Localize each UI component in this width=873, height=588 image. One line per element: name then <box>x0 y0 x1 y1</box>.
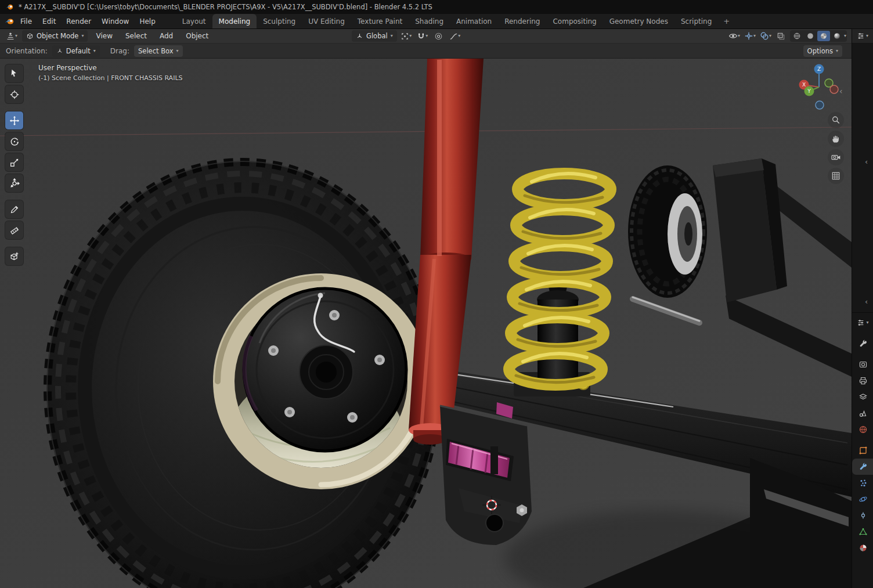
axis-z-label: Z <box>817 66 821 72</box>
tab-render[interactable] <box>852 356 873 373</box>
chevron-down-icon: ▾ <box>93 49 96 53</box>
rear-wheel[interactable] <box>628 165 707 298</box>
window-title: * A217X__SUBDIV'D [C:\Users\tobyt\Docume… <box>19 3 432 11</box>
menu-file[interactable]: File <box>15 16 37 27</box>
tab-constraints[interactable] <box>852 507 873 524</box>
menu-render[interactable]: Render <box>61 16 96 27</box>
tab-view-layer[interactable] <box>852 389 873 405</box>
top-menubar: File Edit Render Window Help Layout Mode… <box>0 14 873 29</box>
chevron-down-icon: ▾ <box>866 34 868 38</box>
menu-help[interactable]: Help <box>134 16 160 27</box>
spring-shackle-bracket[interactable] <box>440 402 532 545</box>
axis-y-label: Y <box>807 88 811 94</box>
shading-solid-button[interactable] <box>804 31 817 41</box>
cursor-tool[interactable] <box>5 85 23 103</box>
properties-tabs <box>852 336 873 556</box>
add-cube-icon <box>9 251 20 262</box>
tab-physics[interactable] <box>852 491 873 507</box>
zoom-button[interactable] <box>828 112 844 128</box>
tab-tool[interactable] <box>852 336 873 352</box>
annotate-pencil-icon <box>9 204 20 215</box>
workspace-tab-uv-editing[interactable]: UV Editing <box>302 14 351 28</box>
region-expand-arrow[interactable]: ‹ <box>865 157 868 166</box>
orientation-label: Global <box>366 31 388 41</box>
workspace-tab-compositing[interactable]: Compositing <box>546 14 603 28</box>
gizmo-icon <box>744 31 753 41</box>
object-properties-icon <box>858 446 868 455</box>
orientation-default-dropdown[interactable]: Default ▾ <box>52 45 100 57</box>
orthographic-toggle-button[interactable] <box>828 168 844 184</box>
menu-select[interactable]: Select <box>121 30 151 42</box>
region-expand-arrow[interactable]: ‹ <box>865 297 868 306</box>
transform-tool[interactable] <box>5 174 23 192</box>
editor-type-button[interactable]: ▾ <box>5 30 19 42</box>
visibility-dropdown[interactable]: ▾ <box>727 30 741 42</box>
material-sphere-icon <box>858 543 868 553</box>
drag-mode-value: Select Box <box>138 46 174 56</box>
workspace-tab-layout[interactable]: Layout <box>176 14 212 28</box>
mode-dropdown[interactable]: Object Mode ▾ <box>22 30 88 42</box>
menu-object[interactable]: Object <box>181 30 213 42</box>
workspace-tab-rendering[interactable]: Rendering <box>498 14 546 28</box>
options-dropdown[interactable]: Options ▾ <box>803 45 842 57</box>
orientation-axes-icon <box>56 48 63 55</box>
tab-modifiers[interactable] <box>852 459 873 475</box>
menu-add[interactable]: Add <box>155 30 178 42</box>
blender-logo-icon[interactable] <box>5 17 15 26</box>
move-tool[interactable] <box>5 111 23 129</box>
menu-view[interactable]: View <box>91 30 117 42</box>
tab-material[interactable] <box>852 540 873 556</box>
chevron-down-icon: ▾ <box>15 34 17 38</box>
shading-material-preview-button[interactable] <box>817 31 830 41</box>
shading-rendered-button[interactable] <box>831 31 843 41</box>
workspace-tab-sculpting[interactable]: Sculpting <box>257 14 302 28</box>
drag-mode-dropdown[interactable]: Select Box ▾ <box>134 45 183 57</box>
show-gizmo-toggle[interactable]: ▾ <box>743 30 757 42</box>
workspace-tab-shading[interactable]: Shading <box>409 14 450 28</box>
tab-output[interactable] <box>852 373 873 389</box>
outliner-header[interactable]: ▾ <box>852 29 873 44</box>
annotate-tool[interactable] <box>5 200 23 218</box>
brake-drum[interactable] <box>244 288 406 451</box>
scale-tool[interactable] <box>5 153 23 171</box>
sidebar-expand-arrow[interactable]: ‹ <box>839 86 843 96</box>
menu-window[interactable]: Window <box>96 16 134 27</box>
3d-viewport-canvas[interactable] <box>0 59 852 588</box>
menu-edit[interactable]: Edit <box>37 16 61 27</box>
3d-viewport[interactable]: User Perspective (-1) Scene Collection |… <box>0 59 852 588</box>
add-cube-tool[interactable] <box>5 247 23 265</box>
transform-orientation-dropdown[interactable]: Global ▾ <box>352 30 397 42</box>
snap-toggle-button[interactable]: ▾ <box>416 30 430 42</box>
camera-view-button[interactable] <box>828 149 844 165</box>
add-workspace-button[interactable]: + <box>718 14 735 28</box>
navigation-gizmo[interactable]: Z X Y <box>795 64 843 113</box>
xray-toggle[interactable] <box>774 30 788 42</box>
proportional-editing-button[interactable] <box>432 30 446 42</box>
tab-particles[interactable] <box>852 475 873 491</box>
rotate-tool[interactable] <box>5 132 23 150</box>
pan-button[interactable] <box>828 131 844 147</box>
workspace-tab-geometry-nodes[interactable]: Geometry Nodes <box>603 14 674 28</box>
shading-wireframe-button[interactable] <box>791 31 803 41</box>
chevron-down-icon: ▾ <box>844 34 846 38</box>
solid-sphere-icon <box>806 32 814 40</box>
tweak-select-tool[interactable] <box>5 64 23 82</box>
measure-tool[interactable] <box>5 221 23 239</box>
tab-scene[interactable] <box>852 405 873 421</box>
eye-icon <box>728 31 738 41</box>
proportional-falloff-button[interactable]: ▾ <box>448 30 462 42</box>
workspace-tab-texture-paint[interactable]: Texture Paint <box>351 14 409 28</box>
tab-world[interactable] <box>852 421 873 438</box>
render-icon <box>858 360 868 369</box>
axis-neg-x-ball[interactable] <box>830 85 838 93</box>
snap-base-button[interactable]: ▾ <box>399 30 413 42</box>
workspace-tab-modeling[interactable]: Modeling <box>212 14 257 28</box>
tab-object[interactable] <box>852 442 873 459</box>
properties-editor-selector[interactable]: ▾ <box>852 319 873 327</box>
tab-object-data[interactable] <box>852 524 873 540</box>
axis-neg-z-ball[interactable] <box>816 101 824 109</box>
viewport-nav-buttons <box>828 112 844 184</box>
workspace-tab-animation[interactable]: Animation <box>450 14 498 28</box>
workspace-tab-scripting[interactable]: Scripting <box>674 14 718 28</box>
show-overlays-toggle[interactable]: ▾ <box>759 30 773 42</box>
